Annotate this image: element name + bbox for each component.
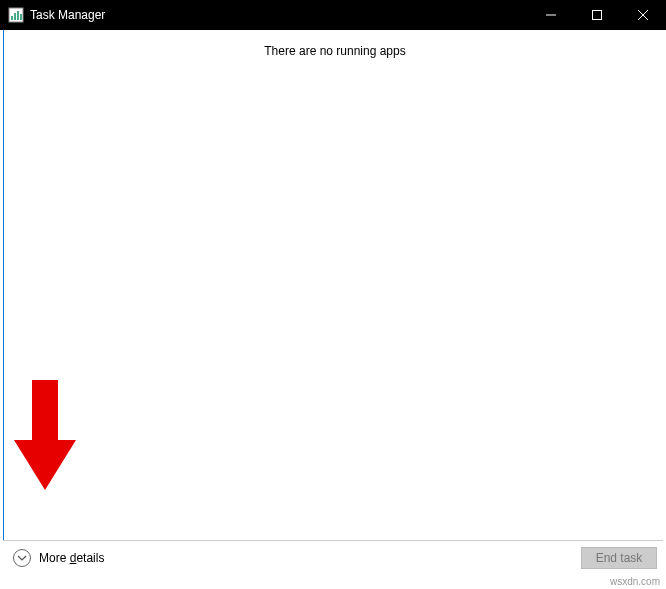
- more-details-label: More details: [39, 551, 104, 565]
- window-title: Task Manager: [30, 8, 528, 22]
- close-button[interactable]: [620, 0, 666, 30]
- app-icon: [8, 7, 24, 23]
- chevron-down-icon: [13, 549, 31, 567]
- minimize-button[interactable]: [528, 0, 574, 30]
- svg-rect-3: [17, 11, 19, 20]
- svg-rect-4: [20, 14, 22, 20]
- maximize-button[interactable]: [574, 0, 620, 30]
- footer-bar: More details End task: [3, 540, 663, 574]
- more-details-button[interactable]: More details: [13, 549, 104, 567]
- svg-rect-1: [11, 16, 13, 20]
- watermark-text: wsxdn.com: [610, 576, 660, 587]
- empty-state-message: There are no running apps: [4, 44, 666, 58]
- end-task-button: End task: [581, 547, 657, 569]
- svg-rect-2: [14, 13, 16, 20]
- titlebar: Task Manager: [0, 0, 666, 30]
- window-controls: [528, 0, 666, 30]
- content-area: There are no running apps: [3, 30, 666, 547]
- svg-rect-6: [593, 11, 602, 20]
